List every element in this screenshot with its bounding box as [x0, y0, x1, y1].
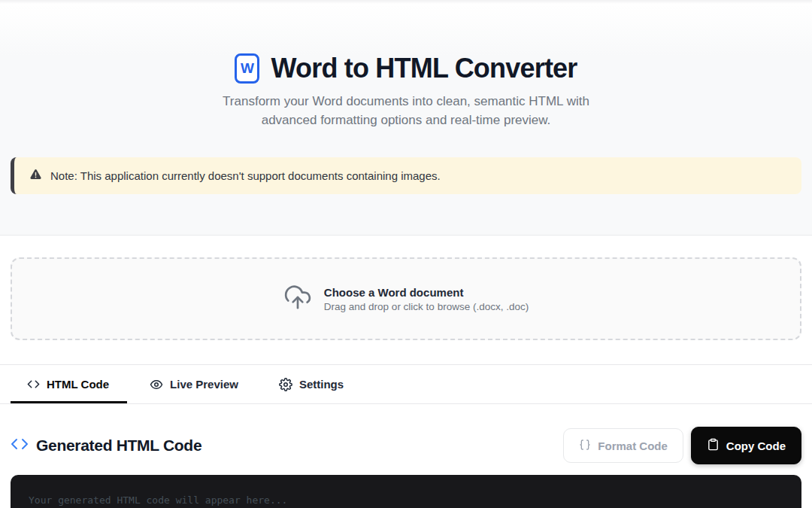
- tab-html-code[interactable]: HTML Code: [11, 365, 127, 403]
- upload-section: Choose a Word document Drag and drop or …: [0, 236, 812, 340]
- warning-icon: [29, 168, 42, 184]
- dropzone-text: Choose a Word document Drag and drop or …: [324, 286, 529, 312]
- page-subtitle: Transform your Word documents into clean…: [211, 92, 601, 129]
- tab-bar: HTML Code Live Preview Settings: [0, 364, 812, 404]
- gear-icon: [279, 378, 292, 391]
- clipboard-icon: [707, 438, 720, 453]
- code-icon: [11, 435, 29, 456]
- dropzone-hint: Drag and drop or click to browse (.docx,…: [324, 301, 529, 312]
- code-editor[interactable]: Your generated HTML code will appear her…: [11, 475, 801, 508]
- tab-label: HTML Code: [47, 378, 109, 391]
- file-dropzone[interactable]: Choose a Word document Drag and drop or …: [11, 257, 801, 340]
- braces-icon: [579, 439, 591, 453]
- dropzone-title: Choose a Word document: [324, 286, 529, 299]
- word-doc-icon: W: [235, 53, 259, 84]
- tab-settings[interactable]: Settings: [262, 365, 362, 403]
- format-code-label: Format Code: [598, 440, 668, 452]
- eye-icon: [150, 378, 163, 391]
- upload-cloud-icon: [283, 283, 312, 315]
- panel-title: Generated HTML Code: [11, 435, 201, 456]
- note-banner: Note: This application currently doesn't…: [11, 157, 801, 194]
- tab-label: Settings: [299, 378, 344, 391]
- copy-code-button[interactable]: Copy Code: [691, 427, 801, 464]
- tab-label: Live Preview: [170, 378, 238, 391]
- code-icon: [27, 378, 40, 391]
- copy-code-label: Copy Code: [726, 440, 786, 452]
- code-placeholder-text: Your generated HTML code will appear her…: [29, 494, 783, 506]
- panel-actions: Format Code Copy Code: [563, 427, 801, 464]
- tab-live-preview[interactable]: Live Preview: [133, 365, 256, 403]
- format-code-button[interactable]: Format Code: [563, 428, 683, 463]
- code-panel-header: Generated HTML Code Format Code Copy Cod…: [0, 427, 812, 464]
- note-text: Note: This application currently doesn't…: [50, 169, 441, 182]
- panel-heading: Generated HTML Code: [36, 437, 201, 455]
- hero-section: W Word to HTML Converter Transform your …: [0, 4, 812, 236]
- page-title: Word to HTML Converter: [271, 53, 577, 84]
- title-row: W Word to HTML Converter: [11, 4, 801, 84]
